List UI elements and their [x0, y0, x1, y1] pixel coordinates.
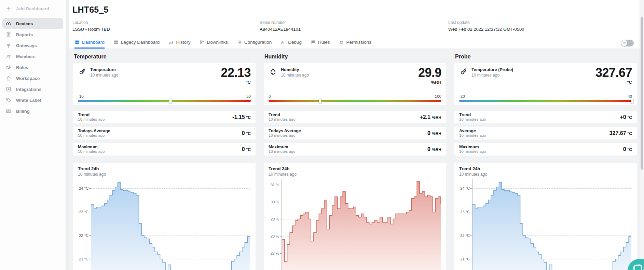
area-chart-temperature [91, 179, 250, 270]
area-chart-humidity [282, 179, 441, 270]
sidebar-item-white-label[interactable]: White Label [2, 95, 63, 106]
chart-title: Trend 24h [459, 166, 632, 171]
chart-plot-area: 24 °C 23 °C 22 °C 21 °C [78, 179, 251, 270]
tag-icon [5, 97, 12, 103]
metric-value: 0 [242, 146, 245, 152]
gauge-unit: °C [221, 80, 251, 85]
metric-ago: 10 minutes ago [459, 133, 486, 138]
tab-permissions[interactable]: Permissions [339, 37, 372, 49]
y-tick-label: 30 % [269, 200, 279, 204]
grid-icon [113, 40, 119, 45]
tab-bar: Dashboard Legacy Dashboard History Downl… [69, 37, 644, 49]
gauge-ago: 10 minutes ago [281, 73, 309, 78]
metric-unit: °C [628, 115, 632, 120]
y-tick-label: 23 °C [78, 210, 88, 214]
serial-label: Serial Number [260, 20, 301, 25]
tab-history[interactable]: History [168, 37, 190, 49]
tab-downlinks[interactable]: Downlinks [199, 37, 228, 49]
metric-value: -1.15 [232, 114, 245, 120]
gauge-max: 50 [246, 94, 251, 98]
metric-maximum: Maximum 10 minutes ago 0 %RH [264, 143, 446, 156]
rss-icon [280, 40, 286, 45]
metric-average: Average 10 minutes ago 327.67 °C [454, 127, 637, 139]
y-tick-label: 24 °C [459, 186, 470, 190]
chart-plot-area: 31 % 30 % 29 % 28 % 27 % [269, 179, 441, 270]
sidebar-item-devices[interactable]: Devices [2, 18, 63, 29]
y-tick-label: 27 % [269, 251, 279, 255]
tab-label: Permissions [346, 40, 372, 45]
location-value: LSSU - Room TBD [72, 27, 110, 32]
metric-trend: Trend 10 minutes ago -1.15 °C [73, 111, 256, 123]
location-label: Location [72, 20, 110, 25]
device-header: LHT65_5 Location LSSU - Room TBD Serial … [69, 0, 644, 49]
metric-ago: 10 minutes ago [269, 149, 296, 154]
scrollbar-thumb[interactable] [641, 17, 643, 170]
trend-chart-card: Trend 24h 10 minutes ago 31 % 30 % 29 % … [264, 163, 446, 270]
tab-legacy-dashboard[interactable]: Legacy Dashboard [113, 37, 160, 49]
tab-label: Rules [318, 40, 330, 45]
metric-value: 327.67 [609, 130, 626, 136]
app-window: Add Dashboard Devices Reports Gateways M… [0, 0, 644, 270]
metric-unit: °C [628, 131, 632, 136]
gauge-max: 100 [435, 94, 441, 98]
y-tick-label: 31 % [269, 183, 279, 187]
gauge-unit: °C [595, 80, 632, 85]
sidebar-item-reports[interactable]: Reports [2, 29, 63, 40]
metric-unit: °C [246, 115, 251, 120]
metric-label: Trend [78, 112, 105, 117]
serial-value: A840412AE1844101 [260, 27, 301, 32]
sidebar-item-gateways[interactable]: Gateways [2, 40, 63, 51]
metric-value: +2.1 [420, 114, 430, 120]
sidebar-item-label: Integrations [16, 87, 41, 92]
column-heading: Probe [455, 54, 637, 60]
grid-icon [74, 40, 80, 45]
megaphone-icon [5, 64, 12, 70]
cloud-upload-icon [5, 21, 12, 27]
page-scrollbar[interactable] [640, 0, 644, 270]
metric-trend: Trend 10 minutes ago +0 °C [454, 111, 637, 123]
metric-unit: °C [246, 147, 251, 152]
add-dashboard-button[interactable]: Add Dashboard [2, 3, 63, 14]
metric-label: Todays Average [78, 129, 110, 133]
sidebar-item-integrations[interactable]: Integrations [2, 84, 63, 95]
widget-columns: Temperature Temperature 10 minutes ago 2… [73, 49, 644, 270]
chart-title: Trend 24h [78, 166, 251, 171]
home-icon [5, 75, 12, 81]
sidebar-item-workspace[interactable]: Workspace [2, 73, 63, 84]
tab-configuration[interactable]: Configuration [237, 37, 272, 49]
last-update-value: Wed Feb 02 2022 12:37:32 GMT-0500 [448, 27, 524, 32]
gauge-ago: 10 minutes ago [471, 73, 513, 78]
y-tick-label: 28 % [269, 234, 279, 238]
gauge-value: 327.67 [595, 67, 632, 79]
gauge-gradient-bar [78, 100, 251, 102]
column-humidity: Humidity Humidity 10 minutes ago 29.9 %R… [264, 49, 446, 270]
metric-ago: 10 minutes ago [78, 133, 110, 138]
metric-value: 0 [623, 146, 626, 152]
droplet-icon [269, 67, 277, 76]
gauge-value: 29.9 [418, 67, 441, 79]
chart-ago: 10 minutes ago [459, 172, 632, 177]
tab-label: History [176, 40, 190, 45]
metric-value: 0 [427, 146, 430, 152]
device-meta: Location LSSU - Room TBD Serial Number A… [69, 20, 644, 33]
bar-chart-icon [168, 40, 174, 45]
tab-dashboard[interactable]: Dashboard [74, 37, 105, 49]
tab-label: Configuration [244, 40, 272, 45]
tab-debug[interactable]: Debug [280, 37, 302, 49]
sidebar-item-label: Billing [16, 109, 30, 114]
tab-label: Debug [288, 40, 302, 45]
sidebar-item-rules[interactable]: Rules [2, 62, 63, 73]
sidebar-item-billing[interactable]: Billing [2, 106, 63, 117]
tab-rules[interactable]: Rules [311, 37, 330, 49]
sidebar-item-members[interactable]: Members [2, 51, 63, 62]
sidebar-item-label: Rules [16, 65, 28, 70]
code-view-toggle[interactable]: </> [621, 40, 634, 46]
gauge-min: 0 [269, 94, 271, 98]
trend-chart-card: Trend 24h 10 minutes ago 24 °C 23 °C 22 … [73, 163, 256, 270]
metric-maximum: Maximum 10 minutes ago 0 °C [454, 143, 637, 156]
add-dashboard-label: Add Dashboard [16, 6, 49, 11]
metric-label: Maximum [269, 145, 296, 149]
chat-icon [311, 40, 316, 45]
members-icon [5, 53, 12, 59]
file-icon [5, 31, 12, 38]
